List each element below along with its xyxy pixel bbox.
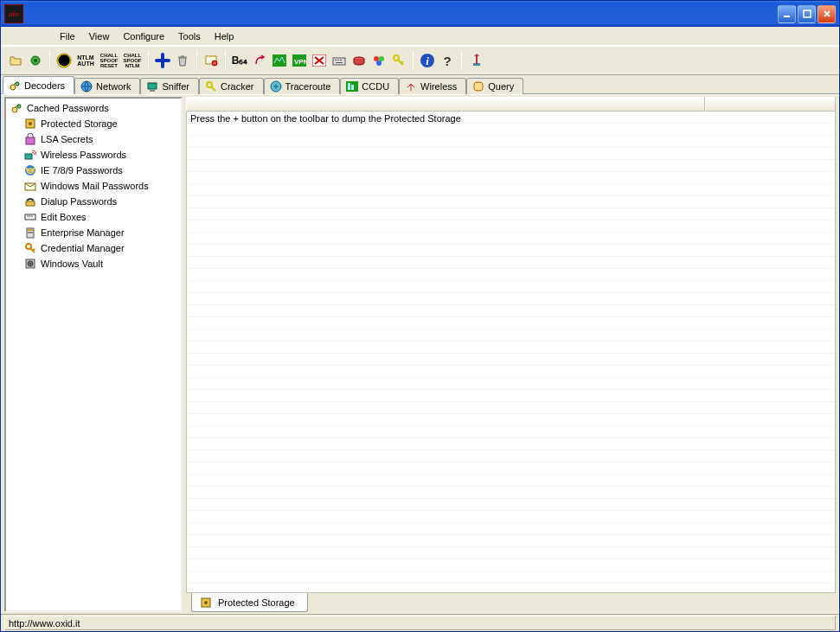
editbox-icon: *** <box>23 210 37 224</box>
tab-traceroute[interactable]: Traceroute <box>264 78 341 94</box>
separator <box>461 51 462 70</box>
open-folder-button[interactable] <box>6 51 25 70</box>
tree-label: Dialup Passwords <box>41 196 117 207</box>
tree-item-credential-manager[interactable]: Credential Manager <box>8 240 179 256</box>
window-controls <box>778 5 836 23</box>
tab-label: Query <box>488 81 514 92</box>
tab-ccdu[interactable]: CCDU <box>340 78 399 94</box>
tab-cracker[interactable]: Cracker <box>199 78 264 94</box>
tab-label: Sniffer <box>162 81 189 92</box>
titlebar: ain <box>1 1 839 27</box>
svg-rect-30 <box>150 90 155 92</box>
trash-button[interactable] <box>173 51 192 70</box>
bottom-tabs: Protected Storage <box>186 593 836 612</box>
tree-item-lsa-secrets[interactable]: LSA Secrets <box>8 131 179 147</box>
tree-item-windows-mail[interactable]: Windows Mail Passwords <box>8 178 179 194</box>
tab-wireless[interactable]: Wireless <box>399 78 466 94</box>
tab-label: Decoders <box>24 80 65 91</box>
key-button[interactable] <box>389 51 408 70</box>
minimize-button[interactable] <box>778 5 796 23</box>
tree-root-cached-passwords[interactable]: Cached Passwords <box>8 100 179 116</box>
safe-icon <box>199 596 213 610</box>
app-logo-icon: ain <box>4 4 23 23</box>
tab-sniffer[interactable]: Sniffer <box>140 78 199 94</box>
svg-point-19 <box>379 56 384 61</box>
separator <box>225 51 226 70</box>
svg-point-56 <box>204 601 208 604</box>
maximize-button[interactable] <box>798 5 816 23</box>
svg-rect-49 <box>28 229 33 231</box>
menu-file[interactable]: File <box>53 29 82 43</box>
green-box-2-button[interactable]: VPN <box>290 51 309 70</box>
tree-label: Wireless Passwords <box>41 150 126 160</box>
sidebar-tree[interactable]: Cached Passwords Protected Storage LSA S… <box>4 97 183 612</box>
chall-spoof-reset-button[interactable]: CHALL SPOOF RESET <box>98 51 120 70</box>
tree-item-enterprise-manager[interactable]: Enterprise Manager <box>8 225 179 240</box>
listview-body[interactable]: Press the + button on the toolbar to dum… <box>186 112 836 593</box>
tree-item-edit-boxes[interactable]: *** Edit Boxes <box>8 209 179 225</box>
safe-icon <box>23 117 37 131</box>
add-button[interactable] <box>153 51 172 70</box>
tree-item-wireless-passwords[interactable]: Wireless Passwords <box>8 147 179 163</box>
menu-help[interactable]: Help <box>208 29 241 43</box>
column-header-2[interactable] <box>705 97 836 112</box>
tree-label: IE 7/8/9 Passwords <box>41 165 123 176</box>
svg-text:***: *** <box>27 214 34 220</box>
svg-rect-1 <box>804 10 811 17</box>
cracker-icon <box>205 80 217 93</box>
bottom-tab-protected-storage[interactable]: Protected Storage <box>191 593 308 612</box>
vault-icon <box>23 257 37 271</box>
svg-rect-0 <box>784 16 790 17</box>
tree-item-windows-vault[interactable]: Windows Vault <box>8 256 179 271</box>
tab-decoders[interactable]: Decoders <box>3 76 74 94</box>
ntlm-auth-button[interactable]: NTLM AUTH <box>74 51 97 70</box>
tree-label: LSA Secrets <box>41 134 93 144</box>
menu-view[interactable]: View <box>82 29 117 43</box>
colorful-button[interactable] <box>369 51 388 70</box>
tab-query[interactable]: Query <box>466 78 523 94</box>
tab-label: Wireless <box>420 81 457 92</box>
certificate-button[interactable] <box>202 51 221 70</box>
red-cross-box-button[interactable] <box>310 51 329 70</box>
tree-item-ie-passwords[interactable]: IE 7/8/9 Passwords <box>8 163 179 178</box>
svg-rect-12 <box>333 58 345 65</box>
chall-spoof-ntlm-button[interactable]: CHALL SPOOF NTLM <box>121 51 144 70</box>
keyboard-button[interactable] <box>330 51 349 70</box>
svg-rect-16 <box>336 62 343 63</box>
decoders-icon <box>9 80 21 92</box>
green-box-1-button[interactable] <box>270 51 289 70</box>
svg-rect-15 <box>340 60 342 61</box>
svg-point-54 <box>29 263 31 265</box>
base64-button[interactable]: B₆₄ <box>230 51 249 70</box>
svg-rect-34 <box>348 83 350 90</box>
info-button[interactable]: i <box>418 51 437 70</box>
exit-button[interactable] <box>466 51 485 70</box>
cache-icon <box>10 101 23 115</box>
app-window: ain File View Configure Tools Help <box>0 0 840 632</box>
close-button[interactable] <box>818 5 836 23</box>
svg-point-7 <box>212 61 217 66</box>
tree-label: Edit Boxes <box>41 212 87 222</box>
sniffer-icon <box>146 80 158 93</box>
help-button[interactable]: ? <box>438 51 457 70</box>
main-area: Cached Passwords Protected Storage LSA S… <box>1 94 839 614</box>
svg-rect-50 <box>28 232 33 233</box>
svg-rect-13 <box>335 60 337 61</box>
tree-item-protected-storage[interactable]: Protected Storage <box>8 116 179 131</box>
curved-arrow-button[interactable] <box>250 51 269 70</box>
separator <box>49 51 50 70</box>
tab-network[interactable]: Network <box>74 78 140 94</box>
tree-label: Credential Manager <box>41 243 125 253</box>
menu-configure[interactable]: Configure <box>116 29 171 43</box>
disk-button[interactable] <box>349 51 369 70</box>
tree-label: Protected Storage <box>41 118 118 129</box>
tab-label: Cracker <box>221 81 254 92</box>
tree-item-dialup[interactable]: Dialup Passwords <box>8 194 179 209</box>
column-header-1[interactable] <box>186 97 705 112</box>
query-icon <box>472 80 484 93</box>
separator <box>148 51 149 70</box>
tab-label: Traceroute <box>285 81 331 92</box>
nuclear-button[interactable] <box>55 51 74 70</box>
nuclear-small-button[interactable] <box>26 51 45 70</box>
menu-tools[interactable]: Tools <box>171 29 208 43</box>
